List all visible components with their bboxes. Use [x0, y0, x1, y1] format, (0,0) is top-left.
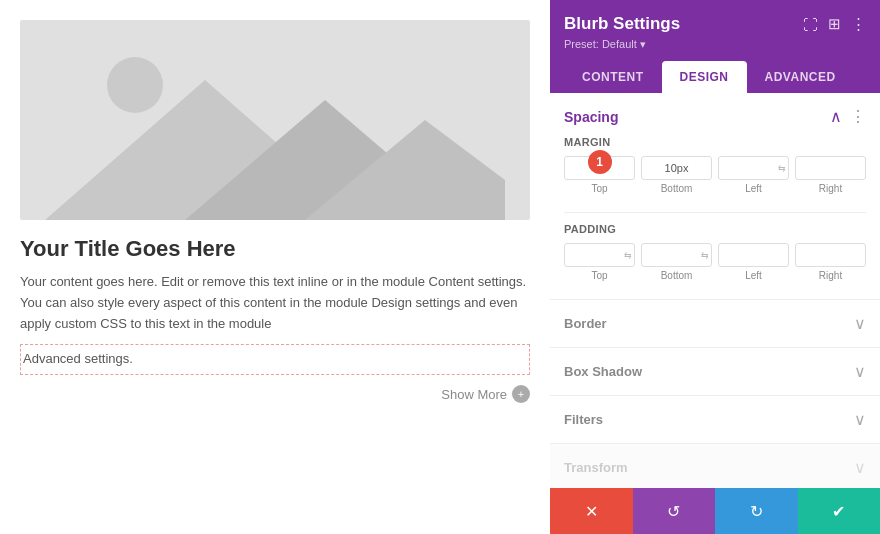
fullscreen-icon[interactable]: ⛶: [803, 16, 818, 33]
left-panel: Your Title Goes Here Your content goes h…: [0, 0, 550, 534]
padding-right-input[interactable]: [795, 243, 866, 267]
margin-bottom-input-wrap: [641, 156, 712, 180]
margin-left-input-wrap: ⇆: [718, 156, 789, 180]
margin-right-label: Right: [819, 183, 842, 194]
margin-top-field: 1 Top: [564, 156, 635, 194]
content-body-dashed: Advanced settings.: [20, 344, 530, 375]
padding-left-input-wrap: [718, 243, 789, 267]
margin-bottom-input[interactable]: [641, 156, 712, 180]
border-section[interactable]: Border ∨: [550, 300, 880, 348]
box-shadow-section[interactable]: Box Shadow ∨: [550, 348, 880, 396]
margin-group: Margin 1 Top B: [550, 136, 880, 212]
tab-advanced[interactable]: Advanced: [747, 61, 854, 93]
margin-bottom-field: Bottom: [641, 156, 712, 194]
transform-title: Transform: [564, 460, 628, 475]
margin-bottom-label: Bottom: [661, 183, 693, 194]
divider: [564, 212, 866, 213]
padding-top-label: Top: [591, 270, 607, 281]
padding-fields: ⇆ Top ⇆ Bottom: [564, 243, 866, 281]
spacing-collapse-icon[interactable]: ∧: [830, 107, 842, 126]
content-title: Your Title Goes Here: [20, 236, 530, 262]
layout-icon[interactable]: ⊞: [828, 15, 841, 33]
border-title: Border: [564, 316, 607, 331]
spacing-title: Spacing: [564, 109, 618, 125]
filters-section[interactable]: Filters ∨: [550, 396, 880, 444]
show-more-icon[interactable]: +: [512, 385, 530, 403]
show-more-row: Show More +: [20, 385, 530, 403]
tab-content[interactable]: Content: [564, 61, 662, 93]
content-body: Your content goes here. Edit or remove t…: [20, 272, 530, 334]
svg-point-4: [107, 57, 163, 113]
margin-top-input[interactable]: [564, 156, 635, 180]
filters-title: Filters: [564, 412, 603, 427]
panel-title: Blurb Settings: [564, 14, 680, 34]
padding-bottom-field: ⇆ Bottom: [641, 243, 712, 281]
padding-top-field: ⇆ Top: [564, 243, 635, 281]
cancel-button[interactable]: ✕: [550, 488, 633, 534]
padding-label: Padding: [564, 223, 866, 235]
padding-bottom-input-wrap: ⇆: [641, 243, 712, 267]
placeholder-image: [20, 20, 530, 220]
reset-button[interactable]: ↺: [633, 488, 716, 534]
margin-top-input-wrap: 1: [564, 156, 635, 180]
transform-chevron-icon: ∨: [854, 458, 866, 477]
panel-header: Blurb Settings ⛶ ⊞ ⋮ Preset: Default ▾ C…: [550, 0, 880, 93]
margin-top-label: Top: [591, 183, 607, 194]
margin-left-label: Left: [745, 183, 762, 194]
panel-footer: ✕ ↺ ↻ ✔: [550, 488, 880, 534]
section-header: Spacing ∧ ⋮: [550, 93, 880, 136]
margin-right-field: Right: [795, 156, 866, 194]
padding-bottom-link-icon: ⇆: [701, 250, 709, 260]
spacing-menu-icon[interactable]: ⋮: [850, 107, 866, 126]
tab-design[interactable]: Design: [662, 61, 747, 93]
padding-left-label: Left: [745, 270, 762, 281]
more-icon[interactable]: ⋮: [851, 15, 866, 33]
box-shadow-chevron-icon: ∨: [854, 362, 866, 381]
padding-group: Padding ⇆ Top ⇆ Bottom: [550, 223, 880, 299]
margin-left-link-icon: ⇆: [778, 163, 786, 173]
padding-top-link-icon: ⇆: [624, 250, 632, 260]
margin-right-input[interactable]: [795, 156, 866, 180]
transform-section[interactable]: Transform ∨: [550, 444, 880, 488]
margin-fields: 1 Top Bottom: [564, 156, 866, 194]
box-shadow-title: Box Shadow: [564, 364, 642, 379]
show-more-text[interactable]: Show More: [441, 387, 507, 402]
spacing-section: Spacing ∧ ⋮ Margin 1 Top: [550, 93, 880, 300]
padding-right-label: Right: [819, 270, 842, 281]
padding-top-input-wrap: ⇆: [564, 243, 635, 267]
section-controls: ∧ ⋮: [830, 107, 866, 126]
padding-right-input-wrap: [795, 243, 866, 267]
margin-left-field: ⇆ Left: [718, 156, 789, 194]
panel-body: Spacing ∧ ⋮ Margin 1 Top: [550, 93, 880, 488]
margin-right-input-wrap: [795, 156, 866, 180]
filters-chevron-icon: ∨: [854, 410, 866, 429]
padding-bottom-label: Bottom: [661, 270, 693, 281]
panel-preset[interactable]: Preset: Default ▾: [564, 38, 866, 51]
panel-title-row: Blurb Settings ⛶ ⊞ ⋮: [564, 14, 866, 34]
redo-button[interactable]: ↻: [715, 488, 798, 534]
save-button[interactable]: ✔: [798, 488, 881, 534]
margin-label: Margin: [564, 136, 866, 148]
right-panel: Blurb Settings ⛶ ⊞ ⋮ Preset: Default ▾ C…: [550, 0, 880, 534]
panel-tabs: Content Design Advanced: [564, 61, 866, 93]
padding-left-input[interactable]: [718, 243, 789, 267]
padding-right-field: Right: [795, 243, 866, 281]
panel-icons: ⛶ ⊞ ⋮: [803, 15, 866, 33]
padding-left-field: Left: [718, 243, 789, 281]
border-chevron-icon: ∨: [854, 314, 866, 333]
